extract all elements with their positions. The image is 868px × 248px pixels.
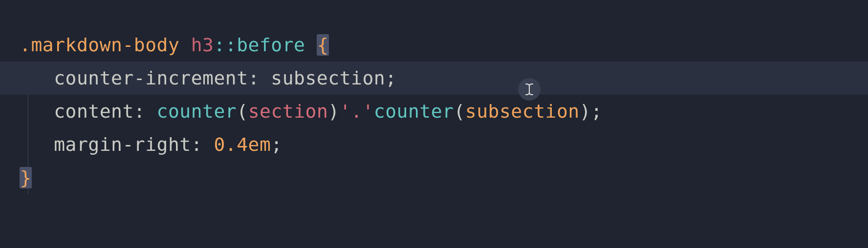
code-line[interactable]: content: counter(section)'.'counter(subs… xyxy=(0,95,868,128)
brace-open: { xyxy=(317,34,329,56)
indent xyxy=(20,101,54,122)
semicolon: ; xyxy=(385,67,396,89)
space xyxy=(145,101,156,122)
css-function: counter xyxy=(374,101,454,122)
selector-tag: h3 xyxy=(191,34,214,56)
indent xyxy=(20,134,54,155)
code-line[interactable]: margin-right: 0.4em; xyxy=(0,128,868,161)
brace-close: } xyxy=(20,167,32,188)
css-arg: section xyxy=(248,101,328,122)
code-line[interactable]: .markdown-body h3::before { xyxy=(0,28,868,62)
colon: : xyxy=(191,134,202,155)
code-line-active[interactable]: counter-increment: subsection; xyxy=(0,62,868,95)
colon: : xyxy=(248,67,260,89)
code-line[interactable]: } xyxy=(0,161,868,194)
paren-close: ) xyxy=(580,101,591,122)
css-property: counter-increment xyxy=(54,67,248,89)
semicolon: ; xyxy=(591,101,602,122)
css-arg: subsection xyxy=(465,101,580,122)
css-number: 0.4em xyxy=(214,134,271,155)
selector-pseudo: before xyxy=(237,34,305,56)
space xyxy=(202,134,214,155)
css-string: '.' xyxy=(340,101,374,122)
css-value: subsection xyxy=(271,67,385,89)
paren-close: ) xyxy=(328,101,339,122)
paren-open: ( xyxy=(237,101,248,122)
selector-class: .markdown-body xyxy=(20,34,179,56)
css-property: content xyxy=(54,101,134,122)
selector-colon: :: xyxy=(214,34,237,56)
css-property: margin-right xyxy=(54,134,191,155)
paren-open: ( xyxy=(454,101,465,122)
text-cursor-icon[interactable] xyxy=(518,78,541,101)
space xyxy=(260,67,271,89)
code-editor[interactable]: .markdown-body h3::before { counter-incr… xyxy=(0,0,868,194)
semicolon: ; xyxy=(271,134,282,155)
colon: : xyxy=(134,101,145,122)
css-function: counter xyxy=(157,101,237,122)
indent xyxy=(20,67,54,89)
